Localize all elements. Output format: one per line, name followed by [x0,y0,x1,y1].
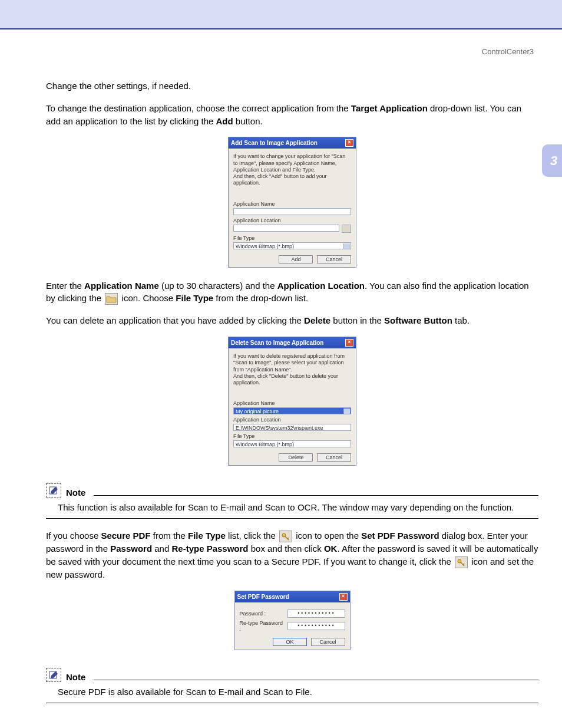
key-icon [455,556,468,568]
paragraph-enter-app-name: Enter the Application Name (up to 30 cha… [46,279,538,305]
input-application-location: E:\WINDOWS\system32\mspaint.exe [233,424,351,431]
note-block: Note This function is also available for… [46,483,538,519]
close-icon[interactable]: × [345,139,353,147]
top-band [0,0,562,28]
note-block: Note Secure PDF is also available for Sc… [46,668,538,703]
note-icon [46,483,61,498]
input-retype-password[interactable]: ••••••••••• [287,622,345,630]
note-rule [94,680,538,680]
label-file-type: File Type [233,235,351,241]
close-icon[interactable]: × [345,339,353,347]
browse-button[interactable] [342,225,351,233]
label-application-location: Application Location [233,218,351,223]
select-file-type[interactable]: Windows Bitmap (*.bmp) [233,242,351,249]
label-application-name: Application Name [233,201,351,207]
dialog-delete-scan-to-image: Delete Scan to Image Application × If yo… [228,337,356,466]
dialog-del-intro: If you want to delete registered applica… [233,353,351,386]
label-application-location: Application Location [233,417,351,423]
cancel-button[interactable]: Cancel [317,255,351,263]
key-icon [279,531,292,542]
paragraph-delete-app: You can delete an application that you h… [46,314,538,327]
paragraph-change-settings: Change the other settings, if needed. [46,80,538,93]
note-icon [46,668,61,682]
label-file-type: File Type [233,433,351,439]
paragraph-target-application: To change the destination application, c… [46,102,538,128]
delete-button[interactable]: Delete [279,453,313,462]
cancel-button[interactable]: Cancel [311,638,345,646]
dialog-add-intro: If you want to change your application f… [233,153,351,186]
select-application-name[interactable]: My original picture [233,407,351,414]
note-rule [94,495,538,496]
input-password[interactable]: ••••••••••• [287,610,345,618]
label-password: Password : [240,611,284,617]
label-retype-password: Re-type Password : [240,620,284,632]
input-application-name[interactable] [233,208,351,215]
note-body: This function is also available for Scan… [46,498,538,518]
close-icon[interactable]: × [339,593,348,601]
chapter-tab: 3 [542,144,562,177]
header-label: ControlCenter3 [46,47,538,56]
dialog-set-pdf-password: Set PDF Password × Password : ••••••••••… [234,591,351,650]
dialog-pdf-title: Set PDF Password [237,594,289,600]
input-application-location[interactable] [233,225,339,232]
value-file-type: Windows Bitmap (*.bmp) [233,440,351,447]
dialog-add-title: Add Scan to Image Application [231,140,318,146]
add-button[interactable]: Add [279,255,313,263]
ok-button[interactable]: OK [273,638,307,646]
dialog-add-scan-to-image: Add Scan to Image Application × If you w… [228,137,356,267]
label-application-name: Application Name [233,400,351,406]
note-title: Note [66,672,85,682]
paragraph-secure-pdf: If you choose Secure PDF from the File T… [46,529,538,581]
cancel-button[interactable]: Cancel [317,453,351,462]
note-title: Note [66,487,85,498]
note-body: Secure PDF is also available for Scan to… [46,682,538,703]
folder-icon [105,293,118,305]
dialog-del-title: Delete Scan to Image Application [231,340,323,346]
